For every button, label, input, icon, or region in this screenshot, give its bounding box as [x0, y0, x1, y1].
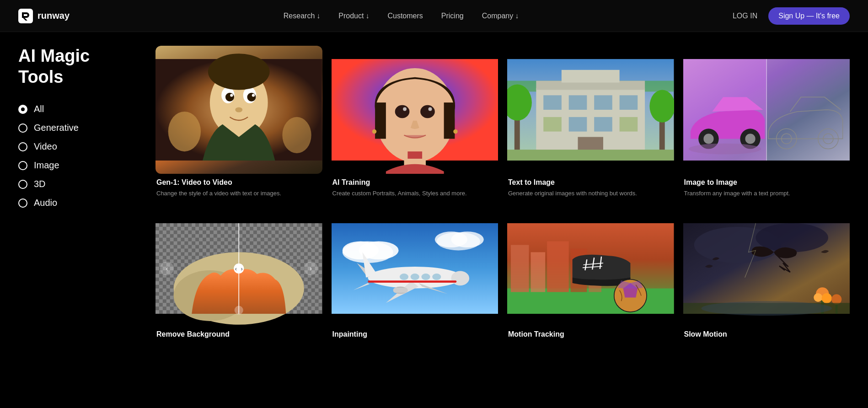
remove-bg-illustration: ‹ › ↓	[155, 211, 322, 326]
svg-point-108	[814, 293, 822, 302]
sidebar: AI Magic Tools All Generative Video Imag…	[18, 46, 137, 346]
svg-point-12	[282, 117, 311, 153]
svg-point-5	[225, 93, 234, 102]
tool-card-remove-bg-title: Remove Background	[156, 330, 321, 338]
svg-point-43	[649, 90, 674, 122]
dark-scene-illustration	[683, 211, 850, 326]
svg-rect-34	[594, 117, 612, 132]
svg-rect-29	[569, 95, 587, 110]
svg-point-78	[451, 271, 469, 286]
tool-card-text-to-image-title: Text to Image	[508, 178, 673, 187]
nav-company[interactable]: Company ↓	[482, 12, 519, 20]
svg-point-18	[395, 105, 409, 118]
svg-point-56	[688, 144, 761, 155]
tool-card-airplane[interactable]: Inpainting	[332, 211, 498, 346]
page-title: AI Magic Tools	[18, 46, 137, 87]
tool-card-image-to-image[interactable]: Image to Image Transform any image with …	[683, 46, 850, 202]
tool-card-gen1-info: Gen-1: Video to Video Change the style o…	[155, 174, 322, 202]
nav-company-label: Company	[482, 12, 513, 20]
filter-all[interactable]: All	[18, 104, 137, 114]
svg-point-50	[745, 134, 755, 144]
runway-logo-icon	[18, 9, 33, 23]
svg-rect-89	[531, 252, 546, 292]
tool-card-text-to-image-image	[507, 46, 674, 174]
gen1-illustration	[155, 46, 322, 174]
nav-product-label: Product	[338, 12, 364, 20]
tool-card-soccer-title: Motion Tracking	[508, 330, 673, 338]
main-content: AI Magic Tools All Generative Video Imag…	[0, 32, 868, 360]
filter-image[interactable]: Image	[18, 160, 137, 171]
tool-card-text-to-image-info: Text to Image Generate original images w…	[507, 174, 674, 202]
tool-card-dark-scene[interactable]: Slow Motion	[683, 211, 850, 346]
filter-audio[interactable]: Audio	[18, 198, 137, 208]
tool-card-dark-scene-title: Slow Motion	[684, 330, 849, 338]
tool-card-ai-training-title: AI Training	[332, 178, 498, 187]
login-button[interactable]: LOG IN	[733, 12, 757, 20]
svg-text:›: ›	[241, 266, 242, 272]
svg-point-109	[821, 293, 831, 303]
filter-generative-label: Generative	[34, 123, 79, 133]
svg-rect-87	[507, 289, 674, 314]
nav-customers[interactable]: Customers	[387, 12, 423, 20]
svg-rect-39	[507, 150, 674, 161]
nav-pricing-label: Pricing	[441, 12, 464, 20]
svg-text:‹: ‹	[235, 266, 237, 272]
radio-audio	[18, 199, 27, 208]
svg-point-82	[432, 274, 441, 280]
navbar: runway Research ↓ Product ↓ Customers Pr…	[0, 0, 868, 32]
card-prev-arrow[interactable]: ‹	[160, 262, 174, 275]
chevron-down-icon: ↓	[316, 12, 320, 20]
svg-rect-33	[569, 117, 587, 132]
svg-rect-35	[620, 117, 638, 132]
svg-point-22	[372, 129, 376, 134]
nav-research-label: Research	[284, 12, 315, 20]
filter-all-label: All	[34, 104, 44, 114]
chevron-down-icon: ↓	[515, 12, 519, 20]
tool-card-ai-training-image	[332, 46, 498, 174]
svg-point-20	[403, 107, 407, 111]
tool-card-ai-training[interactable]: AI Training Create custom Portraits, Ani…	[332, 46, 498, 202]
tool-card-gen1[interactable]: Gen-1: Video to Video Change the style o…	[155, 46, 322, 202]
card-next-arrow[interactable]: ›	[304, 262, 318, 275]
radio-image	[18, 161, 27, 170]
tool-card-dark-scene-info: Slow Motion	[683, 326, 850, 346]
filter-3d[interactable]: 3D	[18, 179, 137, 189]
filter-video[interactable]: Video	[18, 141, 137, 152]
tool-card-image-to-image-image	[683, 46, 850, 174]
svg-point-10	[208, 54, 270, 90]
svg-rect-90	[547, 242, 569, 292]
svg-point-111	[831, 294, 841, 304]
tool-card-airplane-info: Inpainting	[332, 326, 498, 346]
svg-point-14	[375, 68, 455, 162]
svg-point-19	[420, 105, 435, 118]
tool-card-airplane-image	[332, 211, 498, 326]
nav-product[interactable]: Product ↓	[338, 12, 369, 20]
radio-all	[18, 105, 27, 114]
ai-training-illustration	[332, 46, 498, 174]
svg-point-6	[247, 93, 256, 102]
nav-pricing[interactable]: Pricing	[441, 12, 464, 20]
nav-research[interactable]: Research ↓	[284, 12, 320, 20]
filter-list: All Generative Video Image 3D Audio	[18, 104, 137, 208]
tool-card-gen1-title: Gen-1: Video to Video	[156, 178, 321, 187]
svg-rect-16	[375, 102, 386, 139]
signup-button[interactable]: Sign Up — It's free	[768, 7, 850, 25]
filter-video-label: Video	[34, 141, 57, 152]
svg-rect-31	[620, 95, 638, 110]
svg-rect-24	[407, 151, 422, 159]
svg-point-81	[421, 274, 430, 280]
logo[interactable]: runway	[18, 9, 70, 23]
tool-card-text-to-image[interactable]: Text to Image Generate original images w…	[507, 46, 674, 202]
tool-card-airplane-title: Inpainting	[332, 330, 498, 338]
tools-grid: Gen-1: Video to Video Change the style o…	[155, 46, 850, 346]
filter-generative[interactable]: Generative	[18, 123, 137, 133]
svg-rect-88	[511, 245, 529, 292]
tool-card-soccer-info: Motion Tracking	[507, 326, 674, 346]
svg-point-113	[701, 301, 831, 316]
logo-text: runway	[38, 11, 70, 21]
tool-card-soccer[interactable]: Motion Tracking	[507, 211, 674, 346]
filter-audio-label: Audio	[34, 198, 57, 208]
svg-text:↓: ↓	[238, 308, 240, 313]
tool-card-remove-bg[interactable]: ‹ › ↓ ‹ › Remove Background	[155, 211, 322, 346]
tool-card-gen1-image	[155, 46, 322, 174]
